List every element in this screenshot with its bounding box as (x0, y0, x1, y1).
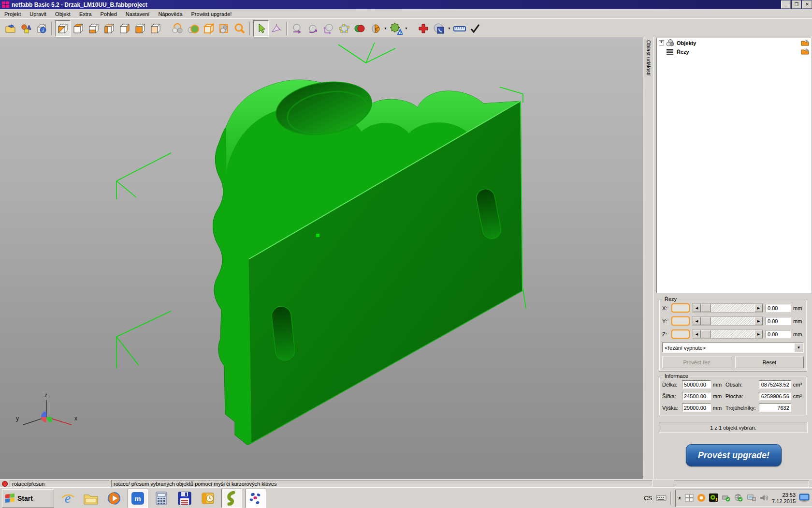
floppy-save-icon[interactable] (175, 489, 194, 508)
spheres-orange-icon[interactable] (170, 20, 186, 37)
cut-x-toggle-button[interactable] (671, 303, 690, 313)
menu-extra[interactable]: Extra (75, 10, 96, 18)
viewport-3d[interactable]: z y x (0, 37, 643, 479)
cut-y-slider[interactable]: ◀▶ (692, 316, 763, 326)
network-check-icon[interactable] (734, 493, 743, 503)
trojuhelniky-value-field[interactable]: 7632 (759, 403, 791, 412)
obsah-value-field[interactable]: 0875243.52 (759, 380, 791, 388)
view-top-icon[interactable] (71, 20, 86, 37)
view-iso-icon[interactable] (55, 20, 71, 37)
slider-thumb[interactable] (701, 317, 711, 325)
menu-napoveda[interactable]: Nápověda (154, 10, 187, 18)
box-parts-icon[interactable] (217, 20, 232, 37)
tray-clock[interactable]: 23:53 7.12.2015 (772, 492, 796, 505)
delka-value-field[interactable]: 50000.00 (682, 380, 711, 388)
speaker-icon[interactable] (759, 494, 768, 503)
slider-left-arrow[interactable]: ◀ (693, 304, 701, 312)
view-right-icon[interactable] (117, 20, 132, 37)
tree-item-objekty[interactable]: + Objekty (657, 38, 811, 47)
chevron-down-icon[interactable]: ▼ (794, 343, 803, 352)
title-bar[interactable]: netfabb Basic 5.2 - Drzak_LM10UU_B.fabbp… (0, 0, 812, 9)
menu-nastaveni[interactable]: Nastavení (121, 10, 154, 18)
slider-thumb[interactable] (701, 330, 711, 338)
menu-objekt[interactable]: Objekt (51, 10, 75, 18)
move-icon[interactable] (290, 20, 305, 37)
cut-z-slider[interactable]: ◀▶ (692, 329, 763, 339)
usb-check-icon[interactable] (722, 493, 731, 503)
ruler-icon[interactable] (452, 20, 467, 37)
open-project-icon[interactable] (3, 20, 18, 37)
show-desktop-icon[interactable] (799, 493, 810, 503)
sirka-value-field[interactable]: 24500.00 (682, 392, 711, 400)
nvidia-icon[interactable] (709, 493, 718, 503)
cut-z-toggle-button[interactable] (671, 329, 690, 339)
cut-x-value-field[interactable]: 0.00 (766, 304, 791, 312)
orange-ring-icon[interactable] (697, 493, 706, 503)
repair-icon[interactable]: ! (388, 20, 404, 37)
start-button[interactable]: Start (2, 489, 54, 508)
folder-icon[interactable] (81, 489, 101, 508)
windows-flag-icon[interactable] (685, 494, 694, 503)
view-bottom-icon[interactable] (86, 20, 102, 37)
menu-upravit[interactable]: Upravit (25, 10, 51, 18)
select-cursor-icon[interactable] (253, 20, 269, 37)
slider-right-arrow[interactable]: ▶ (754, 304, 763, 312)
part-medic-icon[interactable] (416, 20, 431, 37)
reset-button[interactable]: Reset (735, 357, 804, 368)
cut-mode-dropdown[interactable]: <řezání vypnuto> ▼ (662, 343, 804, 353)
maxthon-icon[interactable]: m (128, 489, 148, 508)
menu-projekt[interactable]: Projekt (0, 10, 25, 18)
folder-wrench-icon[interactable] (801, 48, 810, 56)
zoom-icon[interactable] (232, 20, 247, 37)
folder-wrench-icon[interactable] (801, 39, 810, 47)
event-area-tab[interactable]: Oblast událostí (643, 37, 654, 479)
part-info-icon[interactable]: i (34, 20, 49, 37)
confirm-icon[interactable] (467, 20, 483, 37)
slider-right-arrow[interactable]: ▶ (754, 317, 763, 325)
maximize-button[interactable]: ❐ (792, 0, 801, 9)
slider-left-arrow[interactable]: ◀ (693, 317, 701, 325)
minimize-button[interactable]: _ (781, 0, 791, 9)
rotate-icon[interactable] (305, 20, 321, 37)
box-outline-icon[interactable] (201, 20, 217, 37)
spheres-green-icon[interactable] (186, 20, 201, 37)
slider-thumb[interactable] (701, 304, 711, 312)
keyboard-icon[interactable] (656, 494, 667, 502)
netfabb-app-icon[interactable] (246, 489, 266, 508)
calculator-icon[interactable] (152, 489, 171, 508)
close-button[interactable]: ✕ (802, 0, 812, 9)
internet-explorer-icon[interactable]: e (58, 489, 77, 508)
surface-dropdown-arrow[interactable]: ▾ (447, 21, 452, 36)
add-parts-icon[interactable] (18, 20, 34, 37)
cut-y-value-field[interactable]: 0.00 (766, 317, 791, 325)
view-front-icon[interactable] (132, 20, 148, 37)
cut-icon[interactable] (367, 20, 383, 37)
vyska-value-field[interactable]: 29000.00 (682, 403, 711, 412)
expand-icon[interactable]: + (659, 40, 664, 45)
scale-icon[interactable] (321, 20, 336, 37)
media-player-icon[interactable] (104, 489, 124, 508)
repair-dropdown-arrow[interactable]: ▾ (404, 21, 409, 36)
edit-mesh-icon[interactable] (336, 20, 352, 37)
upgrade-button[interactable]: Provést upgrade! (686, 444, 782, 466)
chevron-up-icon[interactable]: « (677, 496, 683, 499)
measure-tool-icon[interactable] (269, 20, 284, 37)
language-indicator[interactable]: CS (644, 495, 652, 502)
boolean-icon[interactable] (352, 20, 367, 37)
view-back-icon[interactable] (148, 20, 163, 37)
slider-right-arrow[interactable]: ▶ (754, 330, 763, 338)
plocha-value-field[interactable]: 6259906.56 (759, 392, 791, 400)
green-s-app-icon[interactable] (221, 489, 242, 508)
menu-provest-upgrade[interactable]: Provést upgrade! (187, 10, 236, 18)
view-left-icon[interactable] (102, 20, 117, 37)
slider-left-arrow[interactable]: ◀ (693, 330, 701, 338)
plug-network-icon[interactable] (747, 494, 756, 503)
cut-z-value-field[interactable]: 0.00 (766, 330, 791, 338)
menu-pohled[interactable]: Pohled (96, 10, 121, 18)
tree-item-rezy[interactable]: Řezy (657, 47, 811, 56)
cut-y-toggle-button[interactable] (671, 316, 690, 326)
cut-x-slider[interactable]: ◀▶ (692, 303, 763, 313)
cut-dropdown-arrow[interactable]: ▾ (383, 21, 388, 36)
execute-cut-button[interactable]: Provést řez (662, 357, 731, 368)
surface-tool-icon[interactable] (431, 20, 447, 37)
